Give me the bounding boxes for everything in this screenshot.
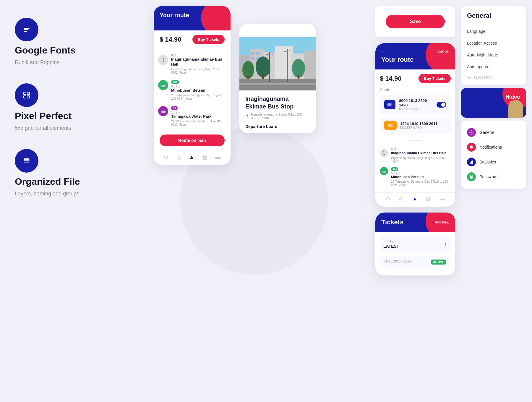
- svg-point-40: [390, 124, 393, 127]
- google-fonts-subtitle: Rubik and Poppins: [15, 59, 121, 66]
- bus-icon-small: 🚌: [380, 167, 388, 175]
- location-icon: 📍: [245, 114, 249, 118]
- pixel-perfect-title: Pixel Perfect: [15, 111, 121, 121]
- svg-rect-45: [471, 161, 472, 164]
- card-type-1: MASTER CARD: [399, 107, 433, 111]
- route-address: Higashinagunama, Inagi, Tokyo 206-0802, …: [391, 156, 451, 163]
- route-badge: 109: [171, 80, 179, 84]
- sort-info: Sort by LATEST: [383, 239, 399, 249]
- bus-stop-location: 📍 Higashinagunama, Inagi, Tokyo 206-0802…: [245, 113, 310, 120]
- statistics-label: Statistics: [479, 160, 496, 164]
- menu-item-password[interactable]: Password: [467, 169, 520, 184]
- phone3-title: Your route: [381, 56, 449, 64]
- svg-rect-32: [239, 83, 316, 85]
- profile-nav-icon[interactable]: ▬: [215, 154, 220, 161]
- version-text: Ver. 13.009886.34: [467, 76, 520, 79]
- card-details: 8900 1613 8800 1490 MASTER CARD: [399, 98, 433, 111]
- svg-point-38: [389, 103, 392, 106]
- map-nav-icon[interactable]: ◎: [399, 196, 404, 202]
- sort-row[interactable]: Sort by LATEST ⬍: [380, 236, 451, 252]
- menu-item-general[interactable]: General: [467, 125, 520, 140]
- password-menu-icon: [467, 172, 476, 181]
- svg-rect-23: [251, 57, 254, 60]
- bottom-nav-2: ⚙ ◎ ▲ ▦ ▬: [375, 192, 455, 207]
- phone1-title: Your route: [160, 12, 225, 19]
- route-nav-icon[interactable]: ▲: [189, 154, 194, 161]
- settings-item-autoupdate[interactable]: Auto update: [467, 61, 520, 73]
- save-panel: Save: [375, 6, 455, 37]
- phone1-price-row: $ 14.90 Buy Tickets: [154, 30, 231, 48]
- ticket-status-badge: ACTIVE: [431, 260, 446, 265]
- bottom-menu-card: General Notifications: [461, 121, 526, 189]
- svg-rect-0: [24, 28, 30, 29]
- svg-rect-33: [269, 52, 270, 82]
- google-fonts-icon: [15, 18, 38, 41]
- route-nav-icon[interactable]: ▲: [412, 196, 418, 202]
- walk-icon-small: 🚶: [380, 149, 388, 157]
- buy-tickets-button[interactable]: Buy Tickets: [192, 35, 225, 44]
- route-distance: 633 m.: [171, 54, 226, 57]
- back-button[interactable]: ←: [239, 24, 316, 37]
- route-name: Tamagawa Water Park: [171, 114, 226, 119]
- route-item: 🚌 39 1.3 km Tamagawa Water Park 24-29 Ko…: [154, 103, 231, 129]
- svg-rect-8: [24, 160, 30, 161]
- bus-icon-purple: 🚌: [158, 106, 168, 116]
- save-button[interactable]: Save: [386, 15, 445, 28]
- svg-rect-4: [27, 92, 30, 95]
- card-type-2: MASTER CARD: [400, 126, 438, 129]
- svg-rect-46: [472, 161, 473, 164]
- phone3-buy-button[interactable]: Buy Tickets: [419, 74, 451, 83]
- add-new-button[interactable]: + Add New: [432, 220, 449, 224]
- route-text: 39 1.3 km Tamagawa Water Park 24-29 Koya…: [171, 105, 226, 126]
- route-text: 109 5.3 km Minobusan Betsuin 28 Tamagawa…: [171, 79, 226, 100]
- svg-rect-21: [251, 52, 254, 55]
- tickets-nav-icon[interactable]: ▦: [426, 196, 431, 202]
- phone3-price: $ 14.90: [380, 75, 401, 82]
- home-nav-icon[interactable]: ⚙: [164, 154, 168, 161]
- cancel-button[interactable]: Cancel: [437, 49, 449, 54]
- menu-item-notifications[interactable]: Notifications: [467, 140, 520, 155]
- route-item-small: 🚌 109 5.3 km Minobusan Betsuin 28 Tamaga…: [380, 164, 451, 188]
- map-nav-icon[interactable]: ◎: [176, 154, 181, 161]
- card-item-1[interactable]: 8900 1613 8800 1490 MASTER CARD: [380, 95, 451, 114]
- bus-stop-name: Inaginagunama Ekimae Bus Stop: [245, 95, 310, 110]
- settings-item-language[interactable]: Language: [467, 25, 520, 37]
- card-details: 1204 1910 1609 2911 MASTER CARD: [400, 121, 438, 129]
- card-icon-blue: [384, 100, 395, 109]
- sort-arrows-icon[interactable]: ⬍: [444, 242, 447, 247]
- route-badge-purple: 39: [171, 106, 178, 110]
- divider: — —: [380, 137, 451, 143]
- middle-section: Your route $ 14.90 Buy Tickets 🚶 633 m. …: [136, 0, 372, 402]
- route-text: 109 5.3 km Minobusan Betsuin 28 Tamagawa…: [391, 166, 451, 187]
- distance: 5.3 km: [391, 172, 451, 175]
- settings-item-location[interactable]: Location Access: [467, 37, 520, 49]
- svg-rect-47: [470, 176, 473, 179]
- settings-title: General: [467, 12, 520, 20]
- svg-rect-6: [27, 96, 30, 98]
- card-item-2[interactable]: 1204 1910 1609 2911 MASTER CARD: [380, 117, 451, 134]
- phone3-header: ← Cancel Your route: [375, 43, 455, 69]
- svg-rect-7: [24, 158, 30, 160]
- toggle-switch[interactable]: [437, 102, 446, 108]
- settings-card: General Language Location Access Auto-Ni…: [461, 6, 526, 85]
- route-address: 28 Tamagawa, Setagaya City, Tōkyō-to 158…: [171, 94, 226, 100]
- profile-avatar: [508, 100, 523, 118]
- route-text: 633 m. Inaginagunama Ekimae Bus Halt Hig…: [171, 54, 226, 74]
- route-item: 🚶 633 m. Inaginagunama Ekimae Bus Halt H…: [154, 51, 231, 77]
- profile-nav-icon[interactable]: ▬: [439, 196, 445, 202]
- svg-point-29: [292, 59, 305, 78]
- svg-point-27: [256, 56, 270, 77]
- route-text: 633 m. Inaginagunama Ekimae Bus Halt Hig…: [391, 148, 451, 163]
- menu-item-statistics[interactable]: Statistics: [467, 155, 520, 169]
- tickets-body: Sort by LATEST ⬍ ACTIVE 19.10.2020 (08:4…: [375, 232, 455, 275]
- notifications-label: Notifications: [479, 145, 502, 150]
- phone3-price-row: $ 14.90 Buy Tickets: [380, 74, 451, 83]
- svg-rect-3: [24, 92, 26, 95]
- route-on-map-button[interactable]: Route on map: [160, 134, 225, 146]
- settings-item-autonight[interactable]: Auto-Night Mode: [467, 49, 520, 61]
- location-text: Higashinagunama, Inagi, Tokyo 206-0802, …: [251, 113, 310, 120]
- home-nav-icon[interactable]: ⚙: [386, 196, 390, 202]
- tickets-nav-icon[interactable]: ▦: [202, 154, 207, 161]
- svg-rect-17: [241, 58, 243, 60]
- route-address: Higashinagunama, Inagi, Tokyo 206-0802, …: [171, 68, 226, 74]
